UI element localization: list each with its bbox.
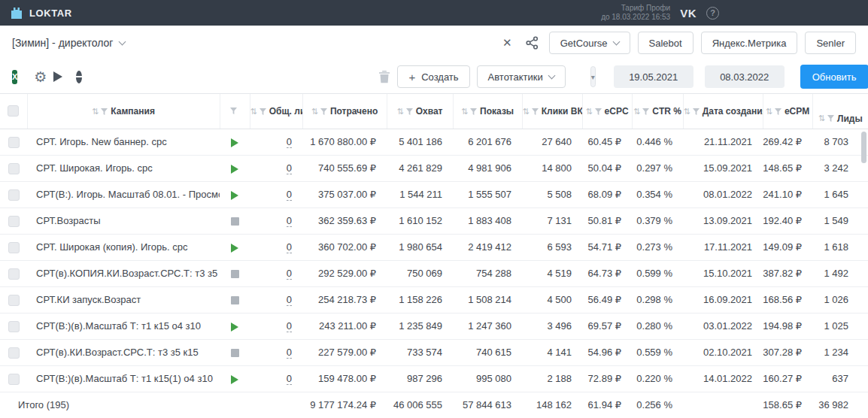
checkbox[interactable] [8,347,20,359]
sort-icon[interactable]: ⇅ [461,107,468,117]
campaign-name-cell[interactable]: СРТ(В:)(в).Масштаб Т: т1 к15(1) о4 з10 [27,365,220,392]
checkbox[interactable] [8,163,20,174]
excel-export-icon[interactable]: X [12,70,17,84]
filter-icon[interactable] [470,108,477,115]
refresh-button[interactable]: Обновить [800,65,868,89]
filter-icon[interactable] [101,108,108,115]
campaign-status-cell[interactable] [220,286,250,313]
sort-icon[interactable]: ⇅ [311,107,318,117]
limit-value[interactable]: 0 [287,320,292,332]
campaign-status-cell[interactable] [220,234,250,260]
campaign-status-cell[interactable] [220,129,250,155]
checkbox[interactable] [8,268,20,280]
filter-icon[interactable] [642,108,649,115]
getcourse-button[interactable]: GetCourse [549,32,630,54]
date-to-input[interactable] [705,65,785,88]
salebot-button[interactable]: Salebot [638,32,693,54]
filter-icon[interactable] [827,115,834,122]
column-header-status[interactable] [220,94,250,129]
column-header-clicks[interactable]: ⇅Клики ВК [522,94,582,129]
limit-value[interactable]: 0 [287,373,292,385]
campaign-name-cell[interactable]: СРТ.Возрасты [27,207,220,234]
limit-value[interactable]: 0 [287,294,292,306]
close-icon[interactable]: ✕ [499,36,515,50]
column-header-limit[interactable]: ⇅Общ. лим. [250,94,302,129]
limit-value[interactable]: 0 [287,241,292,253]
create-button[interactable]: + Создать [397,65,469,88]
column-header-campaign[interactable]: ⇅Кампания [27,94,220,129]
column-header-ecpc[interactable]: ⇅eCPC [582,94,632,129]
checkbox[interactable] [8,242,20,253]
campaign-status-cell[interactable] [220,181,250,207]
filter-icon[interactable] [693,108,700,115]
loktar-logo[interactable]: LOKTAR [9,5,72,20]
filter-icon[interactable] [259,108,266,115]
filter-icon[interactable] [406,108,413,115]
limit-value[interactable]: 0 [287,189,292,201]
limit-value[interactable]: 0 [287,347,292,359]
column-header-reach[interactable]: ⇅Охват [387,94,453,129]
checkbox[interactable] [8,374,20,385]
campaign-name-cell[interactable]: СРТ. Широкая. Игорь. срс [27,155,220,181]
campaign-name-cell[interactable]: СРТ. Игорь. New баннер. срс [27,129,220,155]
filter-icon[interactable] [595,108,602,115]
column-header-spent[interactable]: ⇅Потрачено [302,94,387,129]
start-campaigns-icon[interactable] [53,71,62,82]
minus-circle-icon[interactable] [76,71,82,83]
column-header-leads[interactable]: ⇅Лиды [812,94,868,129]
sort-icon[interactable]: ⇅ [585,107,592,117]
vertical-scrollbar[interactable] [861,132,866,163]
date-from-input[interactable] [614,65,693,88]
autotactics-button[interactable]: Автотактики [477,65,566,88]
limit-value[interactable]: 0 [287,215,292,227]
campaign-name-cell[interactable]: СРТ(В:). Игорь. Масштаб 08.01. - Просмот… [27,181,220,207]
filter-icon[interactable] [775,108,782,115]
sort-icon[interactable]: ⇅ [397,107,404,117]
vk-icon[interactable]: VK [680,7,697,20]
checkbox[interactable] [8,321,20,332]
campaign-status-cell[interactable] [220,339,250,365]
campaign-name-cell[interactable]: СРТ. Широкая (копия). Игорь. срс [27,234,220,260]
limit-value[interactable]: 0 [287,162,292,174]
sort-icon[interactable]: ⇅ [633,107,640,117]
sort-icon[interactable]: ⇅ [818,114,825,123]
campaign-status-cell[interactable] [220,260,250,286]
campaign-name-cell[interactable]: СРТ(В:)(в).Масштаб Т: т1 к15 о4 з10 [27,313,220,339]
checkbox[interactable] [8,295,20,306]
campaign-status-cell[interactable] [220,207,250,234]
senler-button[interactable]: Senler [805,32,856,54]
campaign-status-cell[interactable] [220,313,250,339]
limit-value[interactable]: 0 [287,136,292,148]
help-icon[interactable]: ? [706,7,719,20]
campaign-name-cell[interactable]: СРТ(в).КОПИЯ.КИ.Возраст.СРС.Т: т3 з5 к15 [27,260,220,286]
checkbox[interactable] [8,105,19,117]
sort-icon[interactable]: ⇅ [92,107,99,117]
period-preset-button[interactable]: ▾ [590,66,596,87]
filter-icon[interactable] [320,108,327,115]
column-header-shows[interactable]: ⇅Показы [453,94,522,129]
campaign-name-cell[interactable]: СРТ(в).КИ.Возраст.СРС.Т: т3 з5 к15 [27,339,220,365]
checkbox[interactable] [8,216,20,227]
checkbox[interactable] [8,137,20,148]
yandex-metrika-button[interactable]: Яндекс.Метрика [701,32,798,54]
topbar-right: Тариф Профи до 18.03.2022 16:53 VK ? [601,4,859,22]
column-header-ctr[interactable]: ⇅CTR % [632,94,683,129]
sort-icon[interactable]: ⇅ [684,107,690,117]
column-header-created[interactable]: ⇅Дата создания [683,94,763,129]
campaign-status-cell[interactable] [220,365,250,392]
sort-icon[interactable]: ⇅ [523,107,530,117]
project-selector[interactable]: [Зимин] - директолог [12,37,125,49]
campaign-status-cell[interactable] [220,155,250,181]
filter-icon[interactable] [532,108,539,115]
limit-value[interactable]: 0 [287,268,292,280]
campaign-name-cell[interactable]: СРТ.КИ запуск.Возраст [27,286,220,313]
create-label: Создать [421,71,458,83]
trash-icon[interactable] [378,70,390,83]
checkbox[interactable] [8,189,20,201]
column-header-ecpm[interactable]: ⇅eCPM [763,94,812,129]
filter-icon[interactable] [230,108,237,114]
sort-icon[interactable]: ⇅ [766,107,772,117]
sort-icon[interactable]: ⇅ [250,107,257,117]
gear-icon[interactable]: ⚙ [34,70,47,84]
share-icon[interactable] [523,36,542,50]
